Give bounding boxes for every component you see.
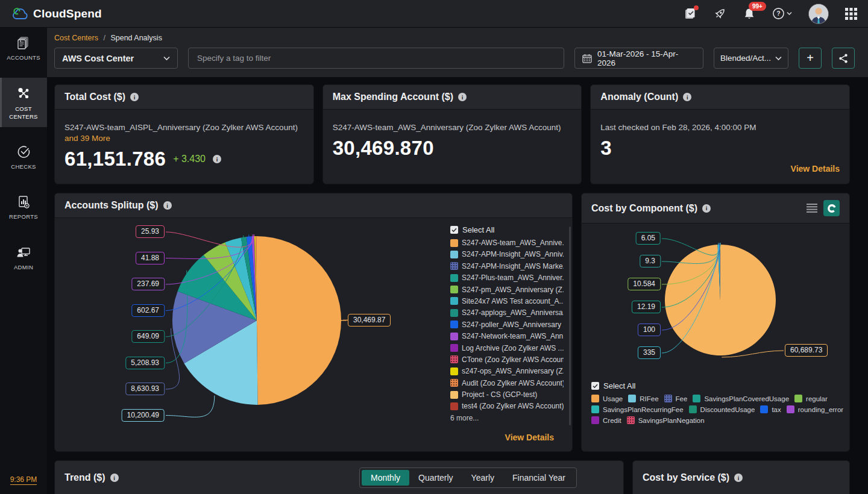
sidebar-item-label: ACCOUNTS [7, 54, 40, 61]
legend-item[interactable]: RIFee [628, 395, 658, 402]
sidebar-item-cost-centers[interactable]: COST CENTERS [0, 78, 47, 127]
legend-item-label: Site24x7 AWS Test account_A... [462, 297, 564, 305]
legend-item[interactable]: SavingsPlanRecurringFee [591, 405, 684, 413]
bell-icon[interactable]: 99+ [743, 7, 756, 20]
legend-item[interactable]: S247-APM-Insight_AWS_Anniv... [450, 250, 564, 258]
legend-item[interactable]: test4 (Zoo Zylker AWS Account) [450, 402, 564, 410]
cost-by-component-pie-chart[interactable]: 6.059.310.58412.1910033560,689.73 [582, 224, 844, 379]
accounts-splitup-legend: Select All S247-AWS-team_AWS_Annive...S2… [450, 225, 564, 422]
legend-item[interactable]: Project - CS (GCP-test) [450, 390, 564, 399]
main-area: Cost Centers / Spend Analysis AWS Cost C… [47, 28, 868, 494]
legend-item[interactable]: Fee [664, 395, 688, 402]
legend-item-label: S247-applogs_AWS_Anniversa... [462, 308, 564, 317]
breadcrumb-cost-centers[interactable]: Cost Centers [54, 34, 98, 42]
legend-item[interactable]: SavingsPlanCoveredUsage [693, 395, 789, 402]
legend-item-label: Project - CS (GCP-test) [462, 390, 537, 399]
sidebar-item-label: CHECKS [11, 163, 36, 170]
info-icon[interactable]: i [163, 201, 172, 210]
cost-center-select[interactable]: AWS Cost Center [54, 48, 178, 69]
legend-color-swatch [450, 297, 458, 305]
tab-monthly[interactable]: Monthly [362, 470, 409, 486]
tag-filter-input[interactable] [188, 48, 564, 69]
table-view-toggle[interactable] [807, 204, 817, 213]
legend-item[interactable]: tax [760, 405, 781, 413]
select-all-checkbox[interactable]: Select All [591, 381, 844, 390]
info-icon[interactable]: i [458, 93, 467, 101]
legend-item[interactable]: Site24x7 AWS Test account_A... [450, 297, 564, 305]
legend-item-label: SavingsPlanCoveredUsage [704, 395, 789, 402]
navbar-actions: 99+ ? [684, 4, 857, 24]
legend-item[interactable]: Credit [591, 416, 621, 424]
legend-color-swatch [760, 405, 768, 413]
sidebar-item-reports[interactable]: REPORTS [0, 187, 47, 227]
accounts-splitup-view-details-link[interactable]: View Details [505, 433, 554, 442]
add-button[interactable]: + [799, 48, 822, 69]
list-icon [807, 204, 817, 213]
info-icon[interactable]: i [734, 474, 743, 482]
legend-item-label: S247-APM-Insight_AWS_Anniv... [462, 250, 564, 258]
filter-bar: AWS Cost Center 01-Mar-2026 - 15-Apr-202… [54, 48, 855, 69]
legend-color-swatch [628, 395, 636, 402]
legend-item[interactable]: S247-Plus-team_AWS_Anniver... [450, 274, 564, 282]
legend-item[interactable]: SavingsPlanNegation [627, 416, 705, 424]
legend-item[interactable]: rounding_error [787, 405, 843, 413]
app-logo[interactable]: CloudSpend [12, 7, 102, 20]
pie-callout-label: 100 [638, 324, 661, 336]
legend-item[interactable]: S247-applogs_AWS_Anniversa... [450, 308, 564, 317]
select-all-checkbox[interactable]: Select All [450, 225, 564, 234]
legend-item-label: Credit [603, 417, 621, 424]
pie-callout-label: 6.05 [636, 232, 661, 245]
legend-item[interactable]: S247-pm_AWS_Anniversary (Z... [450, 286, 564, 294]
tab-quarterly[interactable]: Quarterly [409, 470, 462, 486]
admin-icon [16, 245, 31, 260]
share-button[interactable] [832, 48, 855, 69]
apps-grid-icon[interactable] [845, 8, 857, 20]
legend-item[interactable]: DiscountedUsage [689, 405, 755, 413]
rocket-icon[interactable] [713, 7, 726, 20]
legend-item[interactable]: Usage [591, 395, 623, 402]
date-range-picker[interactable]: 01-Mar-2026 - 15-Apr-2026 [574, 48, 703, 69]
left-sidebar: ACCOUNTS COST CENTERS CHECKS [0, 28, 47, 494]
last-refresh-time[interactable]: 9:36 PM [0, 474, 47, 484]
info-icon[interactable]: i [683, 93, 691, 101]
legend-item[interactable]: Log Archive (Zoo Zylker AWS ... [450, 344, 564, 352]
total-cost-delta: + 3.430 [173, 154, 206, 164]
sidebar-item-accounts[interactable]: ACCOUNTS [0, 28, 47, 68]
legend-item[interactable]: Audit (Zoo Zylker AWS Account) [450, 379, 564, 387]
sidebar-item-checks[interactable]: CHECKS [0, 137, 47, 177]
legend-item[interactable]: regular [794, 395, 828, 402]
legend-color-swatch [693, 395, 700, 402]
info-icon[interactable]: i [213, 155, 221, 163]
anomaly-view-details-link[interactable]: View Details [791, 164, 840, 174]
pie-slice[interactable] [257, 236, 341, 405]
chart-view-toggle[interactable] [823, 200, 840, 216]
info-icon[interactable]: i [110, 474, 119, 482]
legend-scrollbar[interactable] [569, 227, 571, 425]
legend-item[interactable]: S247-Network-team_AWS_Ann... [450, 332, 564, 340]
legend-more-link[interactable]: 6 more... [450, 414, 564, 422]
tab-yearly[interactable]: Yearly [462, 470, 503, 486]
legend-item[interactable]: S247-poller_AWS_Anniversary ... [450, 320, 564, 329]
legend-item[interactable]: s247-ops_AWS_Anniversary (Z... [450, 367, 564, 375]
cost-by-component-legend: Select All UsageRIFeeFeeSavingsPlanCover… [591, 381, 844, 424]
accounts-splitup-pie-chart[interactable]: 25.9341.88237.69602.67649.095,208.938,63… [55, 218, 453, 428]
user-avatar[interactable] [808, 4, 829, 24]
legend-color-swatch [450, 262, 458, 270]
tasks-icon[interactable] [684, 7, 697, 20]
help-icon[interactable]: ? [772, 7, 792, 20]
total-cost-more-link[interactable]: and 39 More [64, 134, 304, 143]
legend-item[interactable]: S247-AWS-team_AWS_Annive... [450, 239, 564, 247]
pie-callout-label: 60,689.73 [785, 344, 828, 357]
accounts-splitup-title: Accounts Splitup ($) [64, 200, 159, 211]
legend-item[interactable]: CTone (Zoo Zylker AWS Account) [450, 355, 564, 364]
legend-item-label: S247-poller_AWS_Anniversary ... [462, 320, 564, 329]
info-icon[interactable]: i [130, 93, 139, 101]
sidebar-item-admin[interactable]: ADMIN [0, 237, 47, 278]
info-icon[interactable]: i [702, 204, 711, 213]
pie-callout-label: 8,630.93 [125, 383, 165, 395]
cost-type-select[interactable]: Blended/Act... [714, 48, 788, 69]
sidebar-item-label: ADMIN [14, 264, 33, 271]
checks-icon [16, 145, 31, 159]
tab-financial-year[interactable]: Financial Year [503, 470, 574, 486]
legend-item[interactable]: S247-APM-Insight_AWS Marke... [450, 262, 564, 270]
